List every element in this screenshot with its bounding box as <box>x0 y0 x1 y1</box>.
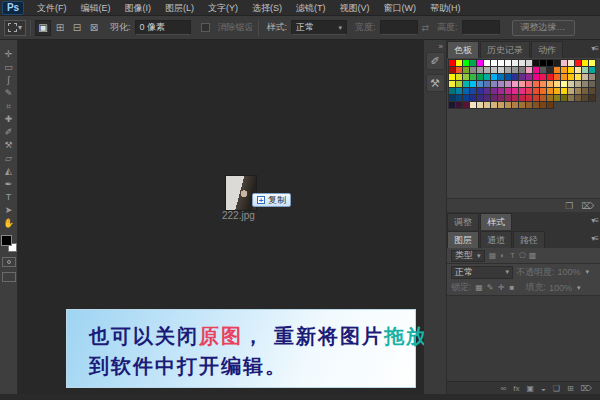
brush-presets-panel-icon[interactable]: ✐ <box>426 52 445 70</box>
tab-layer-2[interactable]: 路径 <box>513 231 545 248</box>
color-swatch[interactable] <box>449 81 455 87</box>
quick-selection-tool[interactable]: ✎ <box>1 87 17 100</box>
color-swatch[interactable] <box>512 60 518 66</box>
color-swatch[interactable] <box>547 95 553 101</box>
tool-preset-picker[interactable]: ▾ <box>4 20 26 36</box>
color-swatch[interactable] <box>589 95 595 101</box>
color-swatch[interactable] <box>491 74 497 80</box>
color-swatch[interactable] <box>449 74 455 80</box>
color-swatch[interactable] <box>554 81 560 87</box>
tab-top-2[interactable]: 动作 <box>531 41 563 58</box>
color-swatch[interactable] <box>498 81 504 87</box>
color-swatch[interactable] <box>512 95 518 101</box>
color-swatch[interactable] <box>547 88 553 94</box>
pen-tool[interactable]: ✒ <box>1 178 17 191</box>
color-swatch[interactable] <box>505 95 511 101</box>
color-swatch[interactable] <box>477 60 483 66</box>
color-swatch[interactable] <box>526 102 532 108</box>
color-swatch[interactable] <box>498 102 504 108</box>
color-swatch[interactable] <box>589 67 595 73</box>
color-swatch[interactable] <box>491 95 497 101</box>
color-swatch[interactable] <box>491 102 497 108</box>
color-swatch[interactable] <box>484 67 490 73</box>
pixel-filter-icon[interactable]: ▦ <box>488 251 498 260</box>
refine-edge-button[interactable]: 调整边缘… <box>512 20 575 36</box>
hand-tool[interactable]: ✋ <box>1 217 17 230</box>
menu-item-0[interactable]: 文件(F) <box>30 0 74 16</box>
color-swatch[interactable] <box>463 102 469 108</box>
color-swatch[interactable] <box>477 95 483 101</box>
menu-item-3[interactable]: 图层(L) <box>158 0 201 16</box>
move-tool[interactable]: ✛ <box>1 48 17 61</box>
color-swatch[interactable] <box>470 81 476 87</box>
color-swatch[interactable] <box>477 67 483 73</box>
color-swatch[interactable] <box>540 95 546 101</box>
color-swatch[interactable] <box>463 67 469 73</box>
color-swatch[interactable] <box>505 60 511 66</box>
color-swatch[interactable] <box>512 67 518 73</box>
color-swatch[interactable] <box>547 60 553 66</box>
menu-item-6[interactable]: 滤镜(T) <box>289 0 333 16</box>
color-swatch[interactable] <box>561 67 567 73</box>
smart-object-filter-icon[interactable]: ▩ <box>528 251 538 260</box>
antialias-checkbox[interactable] <box>201 23 210 32</box>
color-swatch[interactable] <box>540 60 546 66</box>
foreground-color-swatch[interactable] <box>1 235 12 246</box>
color-swatch[interactable] <box>554 74 560 80</box>
color-swatch[interactable] <box>484 60 490 66</box>
color-swatch[interactable] <box>463 88 469 94</box>
color-swatch[interactable] <box>547 67 553 73</box>
color-swatch[interactable] <box>547 102 553 108</box>
color-swatch[interactable] <box>498 74 504 80</box>
color-swatch[interactable] <box>449 88 455 94</box>
color-swatch[interactable] <box>519 95 525 101</box>
panel-menu-icon[interactable]: ▾≡ <box>591 44 598 53</box>
color-swatch[interactable] <box>533 74 539 80</box>
lock-all-icon[interactable]: ■ <box>508 283 517 292</box>
color-swatch[interactable] <box>589 74 595 80</box>
color-swatch[interactable] <box>449 67 455 73</box>
width-input[interactable] <box>380 20 418 35</box>
tab-top-0[interactable]: 色板 <box>447 41 479 58</box>
color-swatch[interactable] <box>575 60 581 66</box>
color-swatch[interactable] <box>491 60 497 66</box>
menu-item-5[interactable]: 选择(S) <box>245 0 289 16</box>
tab-mid-1[interactable]: 样式 <box>480 213 512 230</box>
color-swatch[interactable] <box>456 67 462 73</box>
tab-top-1[interactable]: 历史记录 <box>480 41 530 58</box>
color-swatch[interactable] <box>519 102 525 108</box>
color-swatch[interactable] <box>519 88 525 94</box>
color-swatch[interactable] <box>575 81 581 87</box>
shape-filter-icon[interactable]: ⬠ <box>518 251 528 260</box>
menu-item-8[interactable]: 窗口(W) <box>377 0 424 16</box>
menu-item-1[interactable]: 编辑(E) <box>74 0 118 16</box>
type-filter-icon[interactable]: T <box>508 251 518 260</box>
color-swatch[interactable] <box>554 88 560 94</box>
color-swatch[interactable] <box>533 95 539 101</box>
color-swatch[interactable] <box>533 102 539 108</box>
link-dimensions-icon[interactable]: ⇄ <box>422 23 430 33</box>
color-swatch[interactable] <box>498 60 504 66</box>
quick-mask-button[interactable] <box>2 257 16 267</box>
color-swatch[interactable] <box>561 60 567 66</box>
color-swatch[interactable] <box>540 102 546 108</box>
color-swatch[interactable] <box>582 60 588 66</box>
feather-input[interactable]: 0 像素 <box>135 20 191 35</box>
color-swatch[interactable] <box>568 95 574 101</box>
lock-image-icon[interactable]: ✎ <box>486 283 495 292</box>
layer-filter-dropdown[interactable]: 类型 ▾ <box>451 250 485 262</box>
layer-effects-icon[interactable]: fx <box>513 384 519 393</box>
color-swatch[interactable] <box>505 88 511 94</box>
color-swatch[interactable] <box>540 74 546 80</box>
color-swatch[interactable] <box>456 88 462 94</box>
color-swatch[interactable] <box>456 81 462 87</box>
color-swatch[interactable] <box>456 74 462 80</box>
intersect-selection-button[interactable]: ⊠ <box>86 20 102 36</box>
color-swatch[interactable] <box>456 102 462 108</box>
color-swatch[interactable] <box>491 81 497 87</box>
color-swatch[interactable] <box>505 102 511 108</box>
color-swatch[interactable] <box>589 81 595 87</box>
color-swatch[interactable] <box>449 95 455 101</box>
layer-group-icon[interactable]: ❏ <box>553 384 560 393</box>
color-swatch[interactable] <box>470 88 476 94</box>
